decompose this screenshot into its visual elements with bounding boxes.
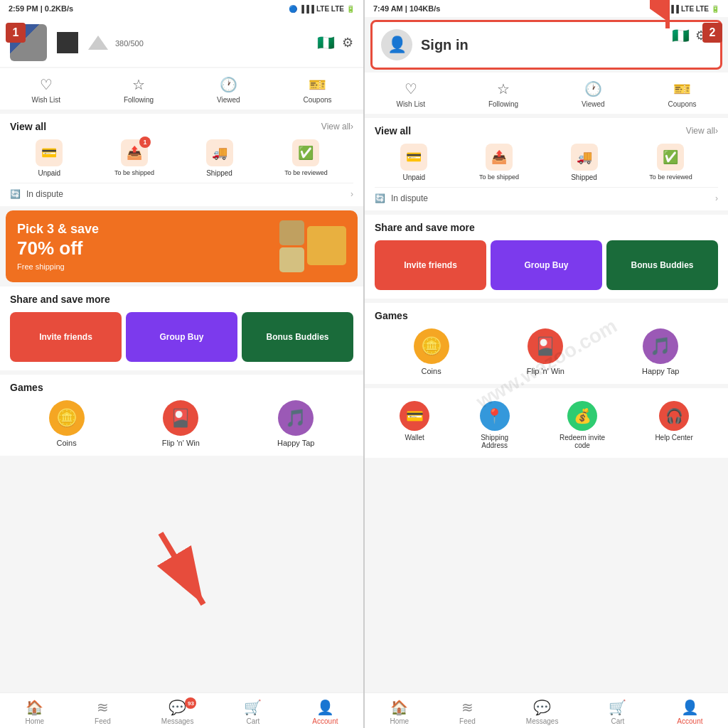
orders-title-right: View all [375, 125, 411, 136]
order-to-be-shipped-right[interactable]: 📤 To be shipped [479, 144, 519, 181]
clock-icon-left: 🕐 [219, 75, 237, 94]
game-flip-win-left[interactable]: 🎴 Flip 'n' Win [162, 400, 200, 447]
game-flip-win-right[interactable]: 🎴 Flip 'n' Win [527, 328, 564, 375]
feed-icon-left: ≋ [97, 699, 109, 716]
flag-icon-left: 🇳🇬 [317, 34, 335, 51]
signin-box[interactable]: 👤 Sign in [370, 20, 722, 70]
invite-friends-card-left[interactable]: Invite friends [10, 312, 122, 362]
orders-header-left: View all View all [10, 121, 353, 132]
gear-icon-left[interactable]: ⚙ [342, 35, 353, 50]
view-all-right[interactable]: View all [686, 126, 718, 136]
service-shipping[interactable]: 📍 Shipping Address [480, 401, 510, 449]
nav-messages-left[interactable]: 💬 93 Messages [161, 699, 194, 725]
order-to-be-shipped-left[interactable]: 📤 1 To be shipped [114, 139, 154, 177]
left-panel: 1 2:59 PM | 0.2KB/s 🔵 ▐▐▐ LTE LTE 🔋 380/… [0, 0, 365, 728]
share-title-left: Share and save more [10, 294, 110, 305]
game-coins-left[interactable]: 🪙 Coins [49, 400, 85, 447]
order-unpaid-left[interactable]: 💳 Unpaid [36, 139, 63, 177]
quick-action-wish-list-right[interactable]: ♡ Wish List [396, 80, 425, 108]
game-happy-tap-left[interactable]: 🎵 Happy Tap [277, 400, 314, 447]
promo-banner-left[interactable]: Pick 3 & save 70% off Free shipping [6, 210, 358, 282]
star-icon-left: ☆ [129, 75, 148, 94]
games-header-right: Games [375, 310, 718, 321]
bottom-spacer-right [365, 458, 728, 472]
share-header-right: Share and save more [375, 222, 718, 233]
quick-actions-right: ♡ Wish List ☆ Following 🕐 Viewed 🎫 Coupo… [365, 73, 728, 114]
games-row-right: 🪙 Coins 🎴 Flip 'n' Win 🎵 Happy Tap [375, 328, 718, 375]
service-wallet[interactable]: 💳 Wallet [400, 401, 429, 449]
bottom-spacer-left [0, 456, 363, 470]
level-icon [88, 36, 108, 50]
status-bar-right: 7:49 AM | 104KB/s 🔵 ▐▐▐ LTE LTE 🔋 [365, 0, 728, 17]
flip-icon-right: 🎴 [528, 328, 563, 364]
game-coins-right[interactable]: 🪙 Coins [414, 328, 449, 375]
nav-feed-right[interactable]: ≋ Feed [459, 699, 476, 725]
signin-button[interactable]: Sign in [421, 37, 712, 53]
nav-home-left[interactable]: 🏠 Home [25, 699, 44, 725]
unpaid-icon-bg-right: 💳 [400, 144, 427, 171]
account-icon-right: 👤 [681, 699, 699, 716]
heart-icon-left: ♡ [37, 75, 55, 94]
order-icons-right: 💳 Unpaid 📤 To be shipped [375, 144, 718, 181]
quick-action-coupons-left[interactable]: 🎫 Coupons [304, 75, 332, 104]
account-icon-left: 👤 [316, 699, 334, 716]
shipped-icon: 🚚 [212, 145, 228, 161]
nav-home-right[interactable]: 🏠 Home [390, 699, 409, 725]
clock-icon-right: 🕐 [584, 80, 602, 98]
shipped-icon-right: 🚚 [577, 149, 592, 165]
group-buy-card-right[interactable]: Group Buy [491, 240, 602, 290]
help-icon: 🎧 [659, 401, 689, 431]
order-unpaid-right[interactable]: 💳 Unpaid [400, 144, 427, 181]
service-help[interactable]: 🎧 Help Center [655, 401, 692, 449]
nav-account-left[interactable]: 👤 Account [312, 699, 338, 725]
bonus-buddies-card-left[interactable]: Bonus Buddies [242, 312, 353, 362]
nav-messages-right[interactable]: 💬 Messages [526, 699, 559, 725]
share-section-left: Share and save more Invite friends Group… [0, 287, 363, 370]
quick-action-coupons-right[interactable]: 🎫 Coupons [668, 80, 697, 108]
bottom-nav-right: 🏠 Home ≋ Feed 💬 Messages 🛒 Cart 👤 Accoun… [365, 692, 728, 728]
coupon-icon-left: 🎫 [309, 75, 327, 94]
panel-number-1: 1 [6, 23, 26, 43]
nav-cart-right[interactable]: 🛒 Cart [609, 699, 626, 725]
promo-img-bag [279, 220, 304, 245]
in-dispute-right[interactable]: 🔄 In dispute [375, 187, 718, 203]
game-happy-tap-right[interactable]: 🎵 Happy Tap [642, 328, 679, 375]
quick-action-viewed-left[interactable]: 🕐 Viewed [217, 75, 240, 104]
quick-action-wish-list-left[interactable]: ♡ Wish List [31, 75, 60, 104]
flip-icon-left: 🎴 [163, 400, 198, 436]
share-cards-right: Invite friends Group Buy Bonus Buddies [375, 240, 718, 290]
unpaid-icon-bg: 💳 [36, 139, 63, 166]
quick-actions-left: ♡ Wish List ☆ Following 🕐 Viewed 🎫 Coupo… [0, 68, 363, 109]
promo-text-left: Pick 3 & save 70% off Free shipping [17, 222, 99, 271]
group-buy-card-left[interactable]: Group Buy [126, 312, 237, 362]
top-right-icons: 🇳🇬 ⚙ [672, 27, 707, 44]
invite-friends-card-right[interactable]: Invite friends [375, 240, 486, 290]
signin-avatar: 👤 [381, 29, 412, 60]
order-to-be-reviewed-right[interactable]: ✅ To be reviewed [649, 144, 692, 181]
left-scrollable: 380/500 🇳🇬 ⚙ ♡ Wish List ☆ Following 🕐 V… [0, 17, 363, 692]
cart-icon-left: 🛒 [244, 699, 262, 716]
in-dispute-left[interactable]: 🔄 In dispute [10, 183, 353, 199]
to-be-reviewed-icon: ✅ [298, 145, 314, 161]
quick-action-following-right[interactable]: ☆ Following [488, 80, 518, 108]
nav-cart-left[interactable]: 🛒 Cart [244, 699, 262, 725]
service-redeem[interactable]: 💰 Redeem invite code [560, 401, 605, 449]
promo-img-luggage [307, 226, 346, 265]
order-shipped-right[interactable]: 🚚 Shipped [571, 144, 598, 181]
share-cards-left: Invite friends Group Buy Bonus Buddies [10, 312, 353, 362]
shipped-icon-bg: 🚚 [206, 139, 233, 166]
nav-feed-left[interactable]: ≋ Feed [95, 699, 111, 725]
dispute-icon-left: 🔄 [10, 189, 21, 199]
bonus-buddies-card-right[interactable]: Bonus Buddies [606, 240, 718, 290]
promo-highlight: 70% off [17, 237, 82, 259]
quick-action-following-left[interactable]: ☆ Following [124, 75, 154, 104]
quick-action-viewed-right[interactable]: 🕐 Viewed [582, 80, 605, 108]
promo-img-watch [279, 247, 304, 272]
view-all-left[interactable]: View all [321, 122, 353, 132]
status-bar-left: 2:59 PM | 0.2KB/s 🔵 ▐▐▐ LTE LTE 🔋 [0, 0, 363, 17]
order-shipped-left[interactable]: 🚚 Shipped [206, 139, 233, 177]
nav-account-right[interactable]: 👤 Account [677, 699, 702, 725]
to-be-reviewed-icon-bg: ✅ [292, 139, 319, 166]
order-to-be-reviewed-left[interactable]: ✅ To be reviewed [284, 139, 328, 177]
order-icon-wrap-unpaid: 💳 [36, 139, 63, 166]
